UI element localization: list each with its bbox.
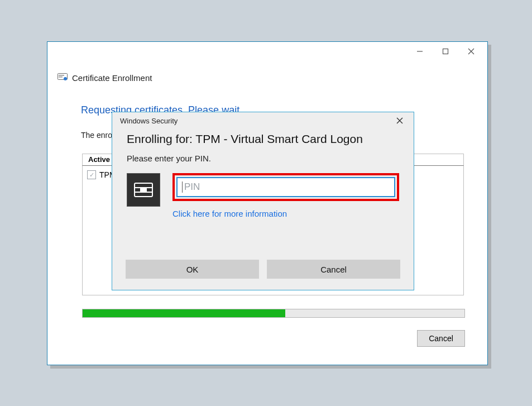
svg-rect-1 <box>443 49 448 54</box>
dialog-instruction: Please enter your PIN. <box>127 154 399 163</box>
svg-rect-6 <box>59 77 63 78</box>
maximize-button[interactable] <box>433 43 458 60</box>
dialog-titlebar: Windows Security <box>112 112 414 129</box>
progress-fill <box>83 309 285 317</box>
window-label: Certificate Enrollment <box>57 73 152 83</box>
text-cursor <box>182 181 183 193</box>
dialog-button-row: OK Cancel <box>126 260 400 279</box>
dialog-body: Enrolling for: TPM - Virtual Smart Card … <box>112 129 414 218</box>
pin-input-shell[interactable] <box>176 177 395 197</box>
column-header-label: Active <box>88 155 110 164</box>
cancel-button-label: Cancel <box>320 265 347 274</box>
dialog-titlebar-text: Windows Security <box>120 117 178 125</box>
windows-security-dialog: Windows Security Enrolling for: TPM - Vi… <box>112 112 414 290</box>
svg-point-7 <box>64 77 67 80</box>
certificate-icon <box>57 73 68 83</box>
ok-button[interactable]: OK <box>126 260 259 279</box>
window-controls <box>407 43 484 60</box>
progress-bar <box>82 309 465 318</box>
window-label-text: Certificate Enrollment <box>72 73 152 83</box>
dialog-close-button[interactable] <box>389 113 410 128</box>
more-info-link[interactable]: Click here for more information <box>172 209 399 218</box>
pin-row: Click here for more information <box>127 173 399 218</box>
wizard-cancel-label: Cancel <box>429 334 453 343</box>
cancel-button[interactable]: Cancel <box>267 260 400 279</box>
svg-rect-5 <box>59 75 64 76</box>
wizard-cancel-button[interactable]: Cancel <box>417 330 465 347</box>
pin-column: Click here for more information <box>172 173 399 218</box>
checkbox-icon[interactable]: ✓ <box>87 170 96 179</box>
pin-input-highlight <box>172 173 399 201</box>
ok-button-label: OK <box>186 265 199 274</box>
pin-input[interactable] <box>183 181 390 193</box>
smart-card-chip-icon <box>127 173 160 207</box>
minimize-button[interactable] <box>407 43 433 60</box>
close-button[interactable] <box>458 43 484 60</box>
dialog-heading: Enrolling for: TPM - Virtual Smart Card … <box>127 132 399 146</box>
svg-rect-11 <box>140 187 147 193</box>
